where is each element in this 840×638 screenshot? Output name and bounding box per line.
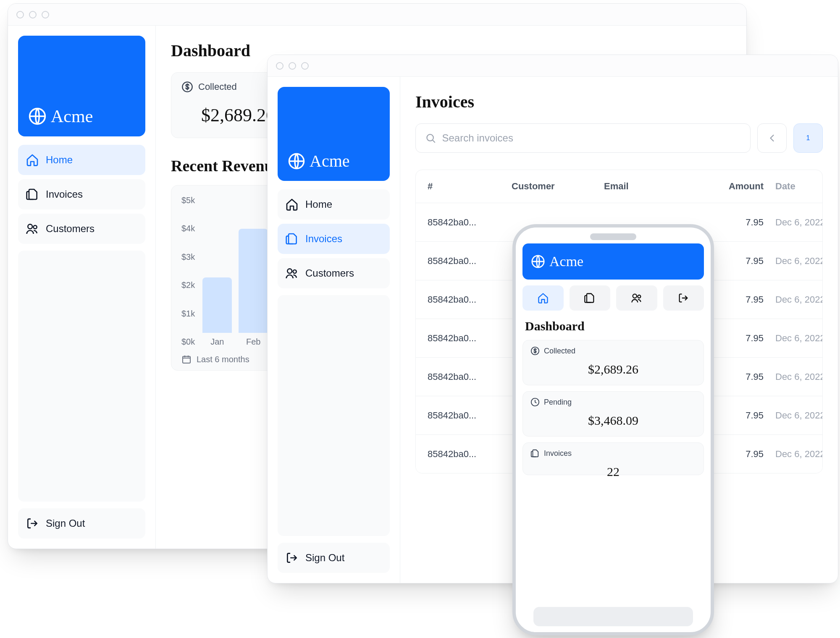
sidebar-spacer (18, 251, 145, 502)
mobile-nav-home[interactable] (522, 285, 564, 311)
cell-id: 85842ba0... (428, 256, 512, 267)
home-icon (285, 198, 299, 211)
pager-page-button[interactable]: 1 (793, 123, 823, 153)
globe-icon (531, 254, 545, 269)
calendar-icon (181, 354, 192, 364)
page-title: Invoices (415, 92, 823, 112)
phone-notch (590, 233, 636, 240)
globe-icon (288, 152, 305, 170)
table-header: # Customer Email Amount Date (416, 170, 822, 203)
sidebar-item-label: Invoices (305, 233, 342, 245)
mobile-nav-invoices[interactable] (570, 285, 611, 311)
sidebar-item-invoices[interactable]: Invoices (278, 224, 390, 254)
sidebar-item-home[interactable]: Home (278, 189, 390, 220)
collected-card: Collected $2,689.26 (522, 340, 704, 385)
revenue-footer-label: Last 6 months (197, 355, 249, 364)
y-tick: $0k (181, 337, 195, 347)
pending-card: Pending $3,468.09 (522, 391, 704, 437)
cell-id: 85842ba0... (428, 449, 512, 460)
revenue-bars: JanFeb (202, 196, 268, 347)
sidebar-item-label: Invoices (46, 188, 83, 200)
sidebar: Acme Home Invoices Customers (268, 77, 400, 583)
page-title: Dashboard (525, 319, 701, 333)
mobile-frame: Acme Dashboard Collected $2,689.26 Pendi… (512, 224, 714, 635)
sidebar-item-label: Customers (46, 223, 94, 235)
y-tick: $3k (181, 252, 195, 262)
globe-icon (28, 107, 47, 126)
signout-button[interactable]: Sign Out (18, 508, 145, 539)
users-icon (631, 292, 643, 304)
mobile-nav-customers[interactable] (616, 285, 657, 311)
sidebar-item-customers[interactable]: Customers (18, 214, 145, 244)
sidebar-spacer (278, 295, 390, 536)
collected-label: Collected (198, 81, 237, 92)
pending-label: Pending (544, 398, 572, 407)
home-indicator (533, 607, 693, 626)
col-email: Email (604, 181, 688, 192)
revenue-bar-label: Jan (210, 337, 224, 347)
file-icon (285, 232, 299, 246)
sidebar-nav: Home Invoices Customers (278, 189, 390, 288)
window-dot-min[interactable] (289, 62, 296, 70)
revenue-bar: Jan (202, 277, 232, 347)
y-tick: $5k (181, 196, 195, 205)
sidebar-item-label: Home (46, 154, 73, 166)
cell-date: Dec 6, 2022 (764, 333, 823, 344)
brand-card: Acme (522, 243, 704, 280)
window-dot-close[interactable] (276, 62, 284, 70)
logout-icon (285, 551, 299, 565)
invoices-card: Invoices 22 (522, 442, 704, 475)
window-dot-max[interactable] (301, 62, 309, 70)
dollar-icon (181, 81, 193, 93)
arrow-left-icon (766, 132, 778, 144)
window-titlebar (8, 4, 746, 26)
search-icon (425, 132, 436, 144)
signout-button[interactable]: Sign Out (278, 543, 390, 573)
window-dot-min[interactable] (29, 11, 37, 18)
col-customer: Customer (512, 181, 604, 192)
file-icon (584, 292, 596, 304)
revenue-y-axis: $5k $4k $3k $2k $1k $0k (181, 196, 195, 347)
cell-id: 85842ba0... (428, 371, 512, 382)
sidebar-item-home[interactable]: Home (18, 145, 145, 175)
sidebar-item-customers[interactable]: Customers (278, 258, 390, 288)
pager-active-page: 1 (806, 134, 810, 142)
file-icon (26, 188, 39, 201)
collected-value: $2,689.26 (530, 362, 696, 377)
brand-name: Acme (310, 151, 350, 171)
brand-name: Acme (51, 106, 93, 126)
sidebar-item-label: Home (305, 199, 332, 210)
users-icon (285, 267, 299, 280)
col-amount: Amount (688, 181, 764, 192)
search-row: 1 (415, 123, 823, 153)
pending-value: $3,468.09 (530, 413, 696, 428)
file-icon (530, 449, 540, 458)
cell-date: Dec 6, 2022 (764, 256, 823, 267)
window-dot-close[interactable] (16, 11, 24, 18)
brand-card: Acme (278, 87, 390, 181)
sidebar-item-label: Customers (305, 267, 354, 279)
window-dot-max[interactable] (42, 11, 49, 18)
search-field[interactable] (415, 123, 751, 153)
y-tick: $4k (181, 224, 195, 233)
collected-label: Collected (544, 347, 575, 356)
sidebar-item-invoices[interactable]: Invoices (18, 179, 145, 209)
logout-icon (26, 517, 39, 530)
y-tick: $2k (181, 280, 195, 290)
cell-id: 85842ba0... (428, 217, 512, 228)
mobile-nav-signout[interactable] (663, 285, 704, 311)
sidebar: Acme Home Invoices Customers (8, 26, 156, 549)
y-tick: $1k (181, 309, 195, 319)
cell-date: Dec 6, 2022 (764, 294, 823, 305)
brand-name: Acme (549, 254, 583, 269)
invoices-label: Invoices (544, 449, 572, 458)
pager-prev-button[interactable] (757, 123, 787, 153)
cell-date: Dec 6, 2022 (764, 217, 823, 228)
brand-card: Acme (18, 36, 145, 136)
signout-label: Sign Out (46, 518, 85, 529)
revenue-bar: Feb (239, 229, 268, 347)
window-titlebar (268, 55, 838, 77)
mobile-nav (522, 285, 704, 311)
sidebar-nav: Home Invoices Customers (18, 145, 145, 244)
search-input[interactable] (442, 132, 741, 144)
